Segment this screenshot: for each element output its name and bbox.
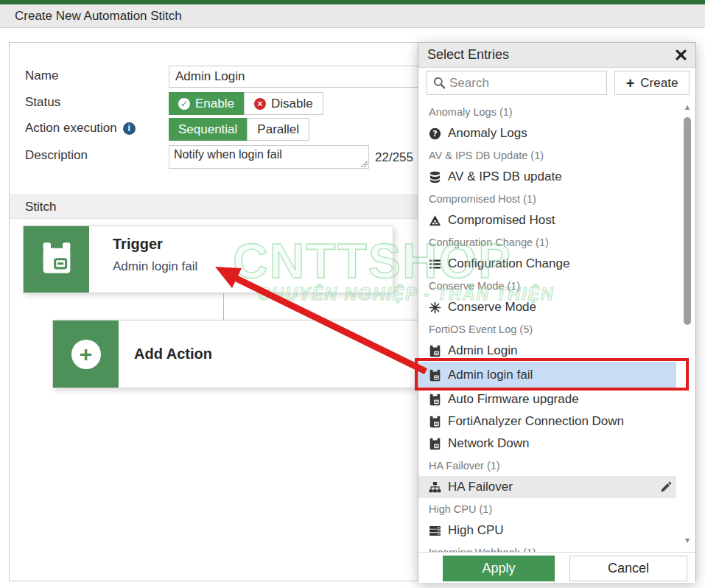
status-label: Status [25, 95, 60, 110]
entry-item[interactable]: Conserve Mode [418, 296, 676, 318]
entry-label: Auto Firmware upgrade [448, 392, 579, 407]
description-label: Description [25, 148, 88, 163]
list-icon [429, 258, 441, 270]
action-execution-label: Action execution [25, 121, 117, 136]
scrollbar: ▲ ▼ [682, 101, 692, 552]
action-execution-toggle: Sequential Parallel [169, 118, 309, 141]
add-action-label: Add Action [134, 346, 212, 363]
search-box [427, 71, 607, 95]
description-textarea[interactable]: Notify when login fail [169, 145, 369, 169]
entry-group-label: FortiOS Event Log (5) [418, 318, 676, 340]
biohazard-icon [429, 214, 441, 227]
entry-item[interactable]: Admin Login [418, 340, 676, 362]
entry-group-label: Conserve Mode (1) [418, 275, 676, 296]
disable-button[interactable]: × Disable [244, 92, 323, 115]
edit-pencil-icon[interactable] [660, 481, 672, 493]
entry-label: Network Down [448, 436, 530, 451]
disable-label: Disable [271, 97, 313, 111]
entry-label: HA Failover [448, 480, 513, 494]
panel-title: Select Entries [427, 47, 509, 63]
entry-group-label: Compromised Host (1) [418, 188, 676, 209]
entry-item[interactable]: HA Failover [418, 476, 676, 498]
create-label: Create [640, 76, 678, 91]
apply-button[interactable]: Apply [443, 556, 555, 581]
calendar-icon [429, 369, 441, 382]
cancel-button[interactable]: Cancel [569, 556, 687, 581]
search-icon [433, 77, 446, 89]
entry-group-label: Incoming Webhook (1) [418, 542, 676, 552]
cpu-icon [429, 525, 441, 537]
trigger-subtitle: Admin login fail [113, 259, 197, 274]
parallel-button[interactable]: Parallel [247, 118, 309, 141]
entry-item[interactable]: FortiAnalyzer Connection Down [418, 410, 676, 433]
entry-item[interactable]: Network Down [418, 433, 676, 455]
trigger-card-green-block [24, 226, 89, 293]
entry-item[interactable]: Auto Firmware upgrade [418, 388, 676, 410]
calendar-icon [429, 416, 441, 428]
add-action-green-block: + [53, 321, 119, 388]
entry-group-label: AV & IPS DB Update (1) [418, 144, 676, 166]
trigger-title: Trigger [113, 236, 197, 253]
select-entries-panel: Select Entries + Create Anomaly Logs (1)… [418, 42, 696, 582]
snowflake-icon [429, 301, 441, 314]
page-title: Create New Automation Stitch [15, 9, 182, 24]
add-action-card[interactable]: + Add Action [52, 320, 443, 388]
status-toggle: ✓ Enable × Disable [169, 92, 323, 115]
entry-label: Admin Login [448, 343, 518, 358]
sitemap-icon [429, 481, 441, 494]
action-execution-row: Action execution i [25, 121, 136, 136]
enable-button[interactable]: ✓ Enable [169, 92, 244, 115]
entry-group-label: Anomaly Logs (1) [418, 101, 676, 122]
panel-toolbar: + Create [427, 71, 690, 95]
scrollbar-thumb[interactable] [684, 117, 691, 325]
x-circle-icon: × [254, 98, 266, 110]
entry-item[interactable]: High CPU [418, 519, 676, 542]
stitch-connector-line [223, 293, 224, 321]
enable-label: Enable [195, 97, 234, 111]
check-circle-icon: ✓ [178, 98, 190, 110]
plus-circle-icon: + [71, 340, 101, 369]
panel-footer: Apply Cancel [418, 552, 695, 583]
close-icon[interactable] [676, 49, 687, 60]
calendar-icon [429, 393, 441, 406]
database-icon [429, 171, 441, 183]
description-field-wrap: Notify when login fail [169, 145, 369, 169]
entry-group-label: Configuration Change (1) [418, 231, 676, 253]
svg-text:?: ? [432, 129, 437, 139]
entry-item[interactable]: Compromised Host [418, 209, 676, 231]
name-label: Name [25, 69, 58, 83]
calendar-icon [429, 345, 441, 357]
entry-group-label: High CPU (1) [418, 498, 676, 519]
entry-label: High CPU [448, 523, 504, 538]
scroll-up-icon[interactable]: ▲ [682, 102, 692, 111]
trigger-card[interactable]: Trigger Admin login fail [23, 225, 393, 293]
entry-label: Configuration Change [448, 256, 569, 271]
panel-header: Select Entries [418, 43, 695, 68]
info-icon[interactable]: i [123, 122, 136, 135]
entry-item[interactable]: Configuration Change [418, 253, 676, 275]
entry-label: Anomaly Logs [448, 126, 527, 141]
question-circle-icon: ? [429, 127, 441, 140]
entry-label: FortiAnalyzer Connection Down [448, 414, 624, 429]
entry-label: Admin login fail [448, 368, 533, 382]
char-counter: 22/255 [375, 150, 413, 165]
stitch-section-title: Stitch [25, 200, 57, 214]
search-input[interactable] [449, 76, 600, 91]
entry-list: Anomaly Logs (1)?Anomaly LogsAV & IPS DB… [418, 101, 695, 552]
sequential-label: Sequential [178, 122, 237, 137]
entry-label: Compromised Host [448, 213, 555, 228]
create-button[interactable]: + Create [614, 71, 690, 95]
entry-group-label: HA Failover (1) [418, 455, 676, 476]
entry-item[interactable]: AV & IPS DB update [418, 166, 676, 188]
parallel-label: Parallel [257, 122, 299, 137]
entry-label: Conserve Mode [448, 300, 536, 315]
entry-label: AV & IPS DB update [448, 169, 562, 184]
titlebar: Create New Automation Stitch [0, 4, 705, 28]
calendar-icon [40, 241, 74, 278]
entry-item[interactable]: ?Anomaly Logs [418, 122, 676, 144]
sequential-button[interactable]: Sequential [169, 118, 247, 141]
calendar-icon [429, 438, 441, 450]
entry-item[interactable]: Admin login fail [418, 362, 676, 388]
scroll-down-icon[interactable]: ▼ [682, 536, 692, 545]
